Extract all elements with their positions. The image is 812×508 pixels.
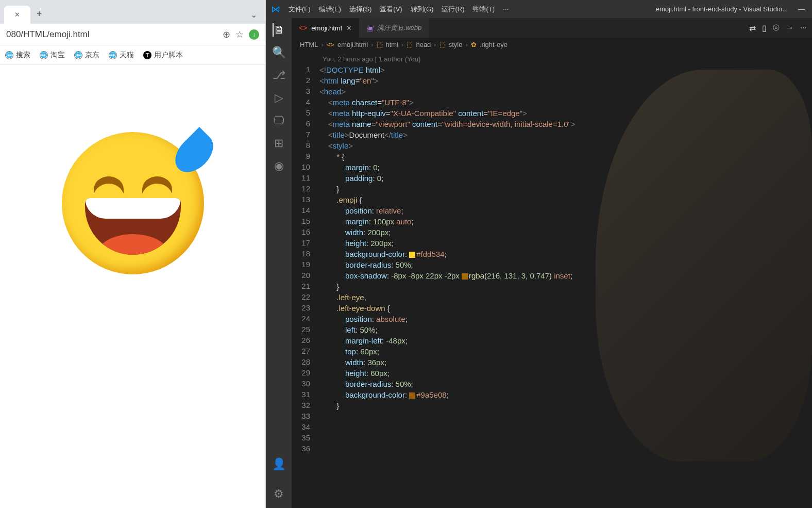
bookmarks-bar: 🌐搜索 🌐淘宝 🌐京东 🌐天猫 T用户脚本 — [0, 45, 265, 65]
url-display[interactable]: 080/HTML/emoji.html — [6, 29, 217, 40]
browser-pane: ✕ + ⌄ 080/HTML/emoji.html ⊕ ☆ ↓ 🌐搜索 🌐淘宝 … — [0, 0, 266, 508]
account-icon[interactable]: 👤 — [272, 457, 286, 471]
menu-item[interactable]: 终端(T) — [472, 5, 495, 14]
teeth — [85, 198, 181, 219]
image-file-icon: ▣ — [366, 24, 373, 32]
address-bar: 080/HTML/emoji.html ⊕ ☆ ↓ — [0, 24, 265, 45]
menu-item[interactable]: 选择(S) — [349, 5, 371, 14]
nav-fwd-icon[interactable]: → — [786, 23, 794, 33]
menu-bar: ⋈ 文件(F) 编辑(E) 选择(S) 查看(V) 转到(G) 运行(R) 终端… — [266, 0, 812, 18]
extensions-icon[interactable]: ⊞ — [274, 137, 283, 150]
globe-icon: 🌐 — [109, 51, 117, 59]
zoom-icon[interactable]: ⊕ — [223, 29, 230, 40]
vscode-pane: ⋈ 文件(F) 编辑(E) 选择(S) 查看(V) 转到(G) 运行(R) 终端… — [266, 0, 812, 508]
remote-icon[interactable]: 🖵 — [273, 114, 284, 127]
menu-item[interactable]: 编辑(E) — [319, 5, 341, 14]
split-icon[interactable]: ▯ — [762, 23, 767, 33]
bookmark-item[interactable]: 🌐京东 — [74, 51, 99, 60]
line-gutter: 1234567891011121314151617181920212223242… — [292, 51, 319, 508]
page-content — [0, 65, 265, 508]
editor: <> emoji.html ✕ ▣ 流汗黄豆.webp ⇄ ▯ ⦾ → ··· … — [292, 18, 812, 508]
editor-tab[interactable]: ▣ 流汗黄豆.webp — [359, 18, 429, 38]
code-content[interactable]: You, 2 hours ago | 1 author (You)<!DOCTY… — [319, 51, 812, 508]
vscode-logo-icon: ⋈ — [271, 4, 280, 15]
timeline-icon[interactable]: ◉ — [274, 159, 284, 173]
window-title: emoji.html - front-end-study - Visual St… — [656, 5, 788, 13]
menu-item[interactable]: 文件(F) — [289, 5, 311, 14]
browser-tabs: ✕ + ⌄ — [0, 0, 265, 24]
minimize-icon[interactable]: — — [796, 5, 807, 13]
download-icon[interactable]: ↓ — [249, 29, 259, 40]
activity-bar: 🗎 🔍 ⎇ ▷ 🖵 ⊞ ◉ 👤 ⚙ — [266, 18, 292, 508]
breadcrumbs[interactable]: HTML› <>emoji.html› ⬚html› ⬚head› ⬚style… — [292, 38, 812, 51]
globe-icon: 🌐 — [5, 51, 13, 59]
tab-overflow-icon[interactable]: ⌄ — [246, 6, 261, 24]
compare-icon[interactable]: ⇄ — [749, 23, 756, 33]
menu-item[interactable]: 运行(R) — [442, 5, 464, 14]
debug-icon[interactable]: ▷ — [275, 91, 283, 105]
browser-tab[interactable]: ✕ — [4, 6, 30, 24]
menu-item[interactable]: 转到(G) — [411, 5, 434, 14]
menu-overflow-icon[interactable]: ··· — [503, 5, 509, 13]
html-file-icon: <> — [299, 24, 307, 32]
editor-tab[interactable]: <> emoji.html ✕ — [292, 18, 359, 38]
search-icon[interactable]: 🔍 — [272, 46, 286, 59]
tongue — [97, 234, 169, 255]
sweat-drop — [168, 127, 221, 179]
globe-icon: 🌐 — [40, 51, 48, 59]
bookmark-item[interactable]: 🌐搜索 — [5, 51, 30, 60]
nav-back-icon[interactable]: ⦾ — [773, 23, 780, 33]
more-icon[interactable]: ··· — [800, 23, 807, 33]
code-editor[interactable]: 1234567891011121314151617181920212223242… — [292, 51, 812, 508]
emoji-face — [62, 132, 204, 274]
close-icon[interactable]: ✕ — [14, 11, 20, 19]
bookmark-item[interactable]: 🌐淘宝 — [40, 51, 65, 60]
gear-icon[interactable]: ⚙ — [274, 487, 284, 501]
editor-tabs: <> emoji.html ✕ ▣ 流汗黄豆.webp ⇄ ▯ ⦾ → ··· — [292, 18, 812, 38]
script-icon: T — [143, 51, 151, 59]
globe-icon: 🌐 — [74, 51, 82, 59]
bookmark-item[interactable]: 🌐天猫 — [109, 51, 134, 60]
menu-item[interactable]: 查看(V) — [380, 5, 402, 14]
close-icon[interactable]: ✕ — [346, 24, 352, 32]
source-control-icon[interactable]: ⎇ — [273, 69, 285, 82]
vscode-body: 🗎 🔍 ⎇ ▷ 🖵 ⊞ ◉ 👤 ⚙ <> emoji.html ✕ ▣ 流汗黄豆… — [266, 18, 812, 508]
new-tab-button[interactable]: + — [30, 5, 48, 24]
star-icon[interactable]: ☆ — [235, 29, 244, 40]
bookmark-item[interactable]: T用户脚本 — [143, 51, 183, 60]
explorer-icon[interactable]: 🗎 — [273, 23, 285, 37]
mouth — [85, 198, 181, 255]
